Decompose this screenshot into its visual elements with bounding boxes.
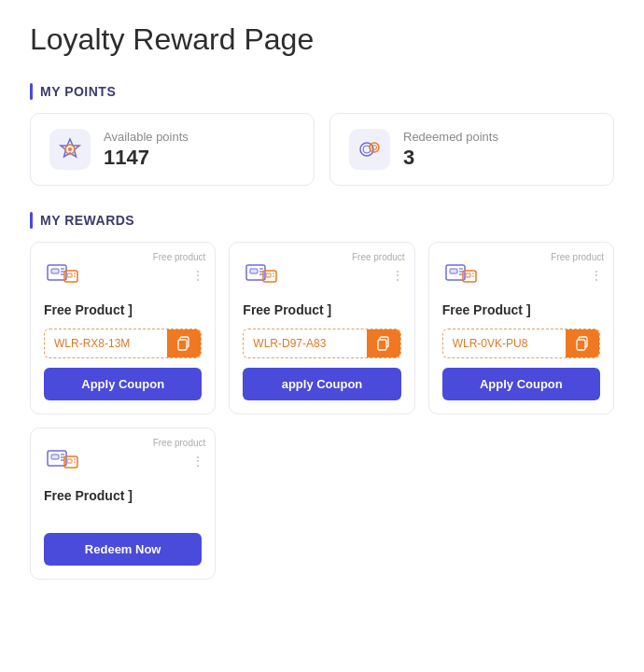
reward-card-product-icon-2: [442, 256, 480, 293]
reward-card-1: Free product ⋮ Free Product ] WLR-D97-A8…: [229, 242, 414, 414]
reward-card-title-1: Free Product ]: [243, 302, 400, 317]
coupon-copy-button-0[interactable]: [167, 329, 201, 357]
reward-card-tag-2: Free product: [551, 252, 604, 262]
available-points-value: 1147: [104, 146, 189, 170]
svg-rect-17: [178, 340, 187, 350]
points-row: Available points 1147 Redeemed points 3: [30, 113, 614, 186]
available-points-card: Available points 1147: [30, 113, 315, 186]
points-section-heading: MY POINTS: [30, 83, 614, 100]
reward-card-0: Free product ⋮ Free Product ] WLR-RX8-13…: [30, 242, 216, 414]
copy-icon: [176, 336, 191, 351]
svg-rect-19: [250, 269, 258, 273]
star-badge-icon: [57, 136, 83, 162]
redeemed-points-value: 3: [403, 146, 498, 170]
svg-rect-24: [266, 273, 271, 277]
copy-icon: [376, 336, 391, 351]
available-points-info: Available points 1147: [104, 130, 189, 170]
reward-card-tag-0: Free product: [153, 252, 206, 262]
reward-card-menu-3[interactable]: ⋮: [191, 455, 205, 468]
coupon-copy-button-2[interactable]: [566, 329, 599, 357]
svg-point-3: [360, 143, 373, 156]
reward-card-product-icon-1: [243, 256, 280, 293]
reward-card-product-icon-3: [44, 441, 81, 479]
coins-icon: [357, 136, 383, 162]
coupon-box-0: WLR-RX8-13M: [44, 329, 202, 358]
coupon-code-1: WLR-D97-A83: [244, 330, 366, 357]
svg-point-5: [370, 143, 379, 152]
redeemed-points-icon: [349, 129, 390, 170]
svg-rect-39: [577, 340, 585, 350]
page-title: Loyalty Reward Page: [30, 22, 614, 57]
reward-card-tag-3: Free product: [153, 438, 206, 448]
coupon-box-1: WLR-D97-A83: [243, 329, 400, 358]
coupon-box-2: WLR-0VK-PU8: [442, 329, 600, 358]
rewards-grid: Free product ⋮ Free Product ] WLR-RX8-13…: [30, 242, 614, 580]
available-points-icon: [49, 129, 91, 170]
svg-rect-13: [67, 273, 72, 277]
reward-card-3: Free product ⋮ Free Product ] Redeem Now: [30, 427, 216, 580]
coupon-code-2: WLR-0VK-PU8: [443, 330, 566, 357]
apply-coupon-button-0[interactable]: Apply Coupon: [44, 368, 202, 400]
reward-card-tag-1: Free product: [352, 252, 405, 262]
svg-rect-41: [51, 455, 59, 459]
coupon-copy-button-1[interactable]: [367, 329, 400, 357]
svg-point-2: [68, 147, 72, 151]
redeemed-points-label: Redeemed points: [403, 130, 498, 144]
available-points-label: Available points: [104, 130, 189, 144]
reward-card-title-2: Free Product ]: [442, 302, 600, 317]
redeem-now-button-3[interactable]: Redeem Now: [44, 533, 202, 566]
reward-card-menu-0[interactable]: ⋮: [191, 269, 205, 282]
reward-card-menu-2[interactable]: ⋮: [590, 269, 604, 282]
redeemed-points-card: Redeemed points 3: [329, 113, 614, 186]
svg-rect-8: [51, 269, 59, 273]
reward-card-2: Free product ⋮ Free Product ] WLR-0VK-PU…: [428, 242, 614, 414]
reward-card-title-0: Free Product ]: [44, 302, 202, 317]
apply-coupon-button-1[interactable]: apply Coupon: [243, 368, 400, 400]
reward-card-menu-1[interactable]: ⋮: [391, 269, 405, 282]
svg-rect-46: [67, 459, 72, 463]
apply-coupon-button-2[interactable]: Apply Coupon: [442, 368, 600, 400]
svg-rect-30: [450, 269, 457, 273]
copy-icon: [575, 336, 590, 351]
svg-rect-28: [378, 340, 386, 350]
rewards-section-heading: MY REWARDS: [30, 212, 614, 229]
svg-rect-35: [466, 273, 470, 277]
redeemed-points-info: Redeemed points 3: [403, 130, 498, 170]
reward-card-title-3: Free Product ]: [44, 488, 202, 503]
reward-card-product-icon-0: [44, 256, 81, 293]
coupon-code-0: WLR-RX8-13M: [45, 330, 167, 357]
